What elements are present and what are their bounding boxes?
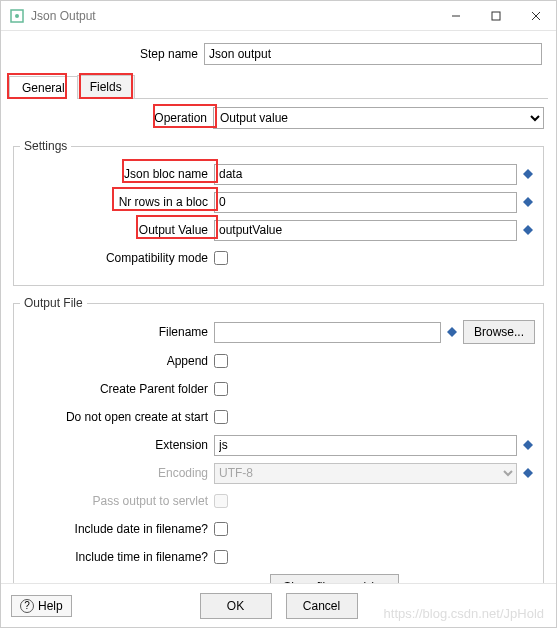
svg-marker-11: [523, 468, 533, 478]
include-time-label: Include time in filename?: [14, 550, 214, 564]
svg-point-1: [15, 14, 19, 18]
var-icon[interactable]: [521, 195, 535, 209]
encoding-select: UTF-8: [214, 463, 517, 484]
help-button[interactable]: ? Help: [11, 595, 72, 617]
var-icon[interactable]: [521, 223, 535, 237]
browse-button[interactable]: Browse...: [463, 320, 535, 344]
bloc-name-input[interactable]: [214, 164, 517, 185]
app-icon: [9, 8, 25, 24]
operation-select[interactable]: Output value: [213, 107, 544, 129]
var-icon[interactable]: [521, 438, 535, 452]
minimize-button[interactable]: [436, 1, 476, 31]
include-time-checkbox[interactable]: [214, 550, 228, 564]
show-filenames-button[interactable]: Show filename(s)...: [270, 574, 399, 583]
create-parent-checkbox[interactable]: [214, 382, 228, 396]
create-parent-label: Create Parent folder: [14, 382, 214, 396]
append-label: Append: [14, 354, 214, 368]
settings-group: Settings Json bloc name Nr rows in a blo…: [13, 139, 544, 286]
close-button[interactable]: [516, 1, 556, 31]
tab-fields[interactable]: Fields: [77, 75, 135, 98]
compat-mode-label: Compatibility mode: [14, 251, 214, 265]
filename-label: Filename: [14, 325, 214, 339]
help-icon: ?: [20, 599, 34, 613]
pass-servlet-checkbox: [214, 494, 228, 508]
nr-rows-input[interactable]: [214, 192, 517, 213]
svg-marker-6: [523, 169, 533, 179]
encoding-label: Encoding: [14, 466, 214, 480]
filename-input[interactable]: [214, 322, 441, 343]
var-icon[interactable]: [445, 325, 459, 339]
cancel-button[interactable]: Cancel: [286, 593, 358, 619]
settings-legend: Settings: [20, 139, 71, 153]
title-bar: Json Output: [1, 1, 556, 31]
watermark-text: https://blog.csdn.net/JpHold: [384, 606, 544, 621]
svg-marker-8: [523, 225, 533, 235]
tab-panel-general: Operation Output value Settings Json blo…: [9, 99, 548, 583]
step-name-input[interactable]: [204, 43, 542, 65]
tab-general[interactable]: General: [9, 76, 78, 99]
ok-button[interactable]: OK: [200, 593, 272, 619]
var-icon[interactable]: [521, 466, 535, 480]
operation-label: Operation: [13, 111, 213, 125]
maximize-button[interactable]: [476, 1, 516, 31]
output-file-group: Output File Filename Browse... Append Cr…: [13, 296, 544, 583]
tab-bar: General Fields: [9, 75, 548, 99]
output-value-input[interactable]: [214, 220, 517, 241]
bloc-name-label: Json bloc name: [14, 167, 214, 181]
content-area: Step name General Fields Operation Outpu…: [1, 31, 556, 583]
no-open-create-label: Do not open create at start: [14, 410, 214, 424]
append-checkbox[interactable]: [214, 354, 228, 368]
svg-marker-9: [447, 327, 457, 337]
nr-rows-label: Nr rows in a bloc: [14, 195, 214, 209]
extension-label: Extension: [14, 438, 214, 452]
include-date-label: Include date in filename?: [14, 522, 214, 536]
svg-rect-3: [492, 12, 500, 20]
svg-marker-10: [523, 440, 533, 450]
output-value-label: Output Value: [14, 223, 214, 237]
extension-input[interactable]: [214, 435, 517, 456]
var-icon[interactable]: [521, 167, 535, 181]
no-open-create-checkbox[interactable]: [214, 410, 228, 424]
window-title: Json Output: [31, 9, 436, 23]
output-file-legend: Output File: [20, 296, 87, 310]
include-date-checkbox[interactable]: [214, 522, 228, 536]
compat-mode-checkbox[interactable]: [214, 251, 228, 265]
help-label: Help: [38, 599, 63, 613]
step-name-label: Step name: [9, 47, 204, 61]
svg-marker-7: [523, 197, 533, 207]
pass-servlet-label: Pass output to servlet: [14, 494, 214, 508]
footer-bar: ? Help OK Cancel https://blog.csdn.net/J…: [1, 583, 556, 627]
